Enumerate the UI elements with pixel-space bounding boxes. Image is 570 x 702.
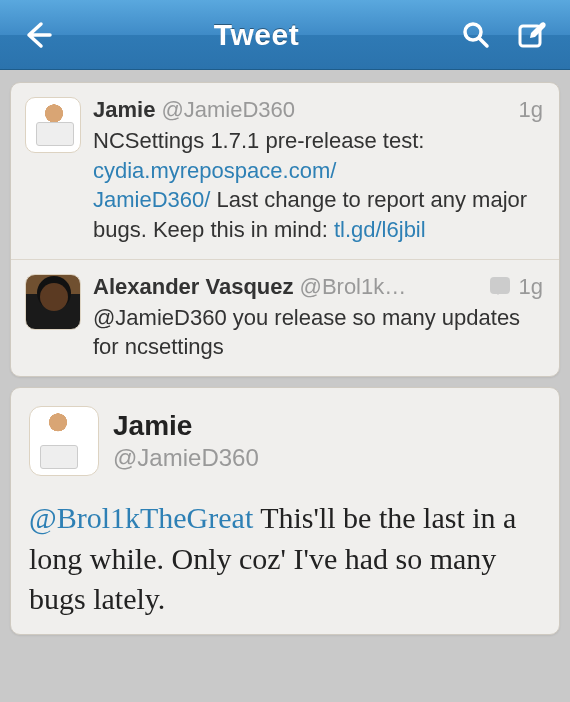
svg-line-1 (479, 38, 487, 46)
avatar[interactable] (25, 97, 81, 153)
reply-icon (490, 277, 510, 294)
navbar: Tweet (0, 0, 570, 70)
link[interactable]: tl.gd/l6jbil (334, 217, 426, 242)
compose-button[interactable] (505, 10, 560, 60)
detail-text: @Brol1kTheGreat This'll be the last in a… (29, 498, 541, 620)
tweet-handle: @Brol1k… (300, 274, 407, 300)
tweet-name: Jamie (93, 97, 155, 123)
avatar[interactable] (25, 274, 81, 330)
tweet-text: @JamieD360 you release so many updates f… (93, 303, 543, 362)
tweet-name: Alexander Vasquez (93, 274, 294, 300)
detail-handle: @JamieD360 (113, 444, 259, 472)
tweet-time: 1g (519, 97, 543, 123)
back-button[interactable] (10, 10, 65, 60)
tweet-handle: @JamieD360 (161, 97, 295, 123)
tweet-row[interactable]: Alexander Vasquez@Brol1k…1g@JamieD360 yo… (11, 259, 559, 376)
detail-name: Jamie (113, 410, 259, 442)
page-title: Tweet (65, 18, 448, 52)
thread-card: Jamie@JamieD3601gNCSettings 1.7.1 pre-re… (10, 82, 560, 377)
tweet-row[interactable]: Jamie@JamieD3601gNCSettings 1.7.1 pre-re… (11, 83, 559, 259)
link[interactable]: cydia.myrepospace.com/ (93, 158, 336, 183)
tweet-text: NCSettings 1.7.1 pre-release test: cydia… (93, 126, 543, 245)
mention-link[interactable]: @Brol1kTheGreat (29, 501, 253, 534)
link[interactable]: JamieD360/ (93, 187, 210, 212)
detail-card[interactable]: Jamie @JamieD360 @Brol1kTheGreat This'll… (10, 387, 560, 635)
avatar[interactable] (29, 406, 99, 476)
tweet-time: 1g (519, 274, 543, 300)
search-button[interactable] (448, 10, 503, 60)
